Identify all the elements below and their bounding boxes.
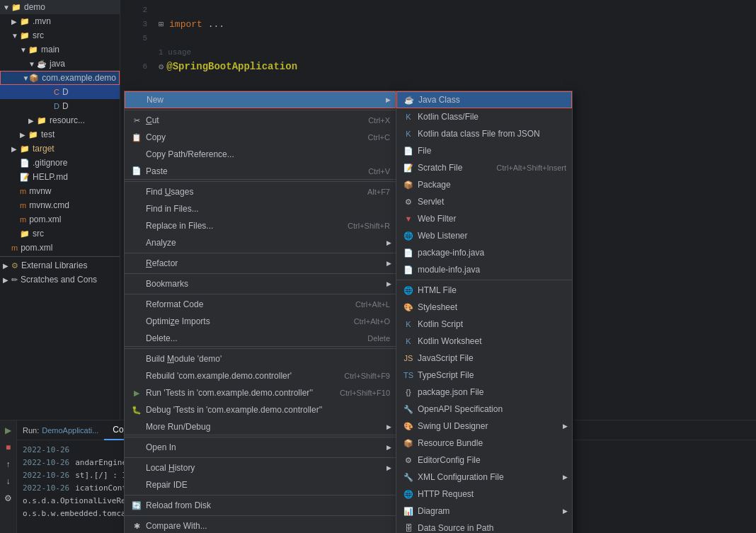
menu-label: Paste [146, 166, 357, 176]
menu-item-paste[interactable]: 📄 Paste Ctrl+V [125, 163, 396, 180]
menu-item-copy[interactable]: 📋 Copy Ctrl+C [125, 129, 396, 146]
submenu-item-file[interactable]: 📄 File [396, 142, 572, 159]
settings-button[interactable]: ⚙ [1, 491, 16, 505]
context-menu[interactable]: New ✂ Cut Ctrl+X 📋 Copy Ctrl+C Copy Path… [124, 91, 396, 533]
sidebar-item-ext-libs[interactable]: ▶ ⚙ External Libraries [0, 258, 120, 273]
sidebar-item-scratches[interactable]: ▶ ✏ Scratches and Cons [0, 273, 120, 287]
mvn-icon: m [20, 201, 26, 210]
menu-label: Web Listener [418, 231, 566, 241]
sidebar-item-resource[interactable]: ▶ 📁 resourc... [0, 113, 120, 127]
sidebar-item-test[interactable]: ▶ 📁 test [0, 127, 120, 142]
menu-item-find-usages[interactable]: Find Usages Alt+F7 [125, 183, 396, 200]
menu-item-reformat[interactable]: Reformat Code Ctrl+Alt+L [125, 296, 396, 313]
submenu-item-web-filter[interactable]: ▼ Web Filter [396, 210, 572, 227]
menu-item-rebuild[interactable]: Rebuild 'com.example.demo.controller' Ct… [125, 367, 396, 384]
menu-item-open-in[interactable]: Open In [125, 439, 396, 456]
sidebar-item-demo[interactable]: ▼ 📁 demo [0, 0, 120, 14]
submenu-item-swing[interactable]: 🎨 Swing UI Designer [396, 418, 572, 435]
html-icon: 🌐 [402, 286, 415, 295]
submenu-item-package[interactable]: 📦 Package [396, 176, 572, 193]
menu-item-cut[interactable]: ✂ Cut Ctrl+X [125, 112, 396, 129]
sidebar-item-d1[interactable]: C D [0, 85, 120, 99]
submenu-item-scratch[interactable]: 📝 Scratch File Ctrl+Alt+Shift+Insert [396, 159, 572, 176]
scroll-down-button[interactable]: ↓ [1, 474, 16, 488]
menu-item-replace-in-files[interactable]: Replace in Files... Ctrl+Shift+R [125, 217, 396, 234]
run-button[interactable]: ▶ [1, 423, 16, 437]
menu-item-reload[interactable]: 🔄 Reload from Disk [125, 497, 396, 514]
separator [125, 253, 396, 253]
scroll-up-button[interactable]: ↑ [1, 457, 16, 471]
menu-item-refactor[interactable]: Refactor [125, 255, 396, 272]
menu-item-delete[interactable]: Delete... Delete [125, 330, 396, 347]
sidebar-item-java[interactable]: ▼ ☕ java [0, 57, 120, 71]
submenu-item-servlet[interactable]: ⚙ Servlet [396, 193, 572, 210]
code-line-2: 2 [120, 3, 756, 17]
submenu-item-editorconfig[interactable]: ⚙ EditorConfig File [396, 452, 572, 469]
menu-item-more-run[interactable]: More Run/Debug [125, 418, 396, 435]
file-icon: 📄 [402, 147, 415, 156]
submenu-item-html[interactable]: 🌐 HTML File [396, 282, 572, 299]
sidebar-item-com-example[interactable]: ▼ 📦 com.example.demo [0, 71, 120, 85]
menu-item-new[interactable]: New [125, 91, 396, 108]
menu-item-debug-tests[interactable]: 🐛 Debug 'Tests in 'com.example.demo.cont… [125, 401, 396, 418]
menu-item-optimize[interactable]: Optimize Imports Ctrl+Alt+O [125, 313, 396, 330]
sidebar-item-pomxml[interactable]: m pom.xml [0, 212, 120, 227]
menu-item-repair[interactable]: Repair IDE [125, 476, 396, 493]
sidebar-item-helpmd[interactable]: 📝 HELP.md [0, 170, 120, 184]
sidebar-item-gitignore[interactable]: 📄 .gitignore [0, 156, 120, 170]
diagram-icon: 📊 [402, 507, 415, 516]
separator [125, 437, 396, 437]
submenu-item-kotlin-class[interactable]: K Kotlin Class/File [396, 108, 572, 125]
submenu-item-kotlin-json[interactable]: K Kotlin data class File from JSON [396, 125, 572, 142]
submenu-item-data-source[interactable]: 🗄 Data Source in Path [396, 520, 572, 533]
menu-item-build[interactable]: Build Module 'demo' [125, 350, 396, 367]
submenu-item-diagram[interactable]: 📊 Diagram [396, 503, 572, 520]
stop-button[interactable]: ■ [1, 440, 16, 454]
submenu-item-xml-config[interactable]: 🔧 XML Configuration File [396, 469, 572, 486]
submenu-item-resource-bundle[interactable]: 📦 Resource Bundle [396, 435, 572, 452]
submenu-item-kotlin-worksheet[interactable]: K Kotlin Worksheet [396, 333, 572, 350]
menu-item-analyze[interactable]: Analyze [125, 234, 396, 251]
submenu-item-package-info[interactable]: 📄 package-info.java [396, 244, 572, 261]
mod-info-icon: 📄 [402, 265, 415, 275]
submenu-item-openapi[interactable]: 🔧 OpenAPI Specification [396, 401, 572, 418]
sidebar-item-src[interactable]: ▼ 📁 src [0, 28, 120, 42]
expand-arrow: ▶ [3, 276, 11, 284]
sidebar-item-target[interactable]: ▶ 📁 target [0, 142, 120, 156]
shortcut: Delete [367, 334, 390, 343]
submenu-item-http-request[interactable]: 🌐 HTTP Request [396, 486, 572, 503]
java-class-icon: ☕ [403, 96, 416, 105]
sidebar-item-mvnwcmd[interactable]: m mvnw.cmd [0, 198, 120, 212]
sidebar-item-mvnw[interactable]: m mvnw [0, 184, 120, 198]
submenu-item-typescript[interactable]: TS TypeScript File [396, 367, 572, 384]
sidebar-item-main[interactable]: ▼ 📁 main [0, 42, 120, 57]
menu-item-find-in-files[interactable]: Find in Files... [125, 200, 396, 217]
submenu-item-web-listener[interactable]: 🌐 Web Listener [396, 227, 572, 244]
menu-label: Cut [146, 115, 357, 125]
submenu-item-stylesheet[interactable]: 🎨 Stylesheet [396, 299, 572, 316]
menu-item-copy-path[interactable]: Copy Path/Reference... [125, 146, 396, 163]
menu-label: Diagram [418, 506, 566, 516]
sidebar-item-src2[interactable]: 📁 src [0, 227, 120, 241]
sidebar-item-d2[interactable]: D D [0, 99, 120, 113]
filter-icon: ▼ [402, 214, 415, 223]
new-submenu[interactable]: ☕ Java Class K Kotlin Class/File K Kotli… [396, 91, 573, 533]
submenu-item-javascript[interactable]: JS JavaScript File [396, 350, 572, 367]
sidebar-item-pomxml2[interactable]: m pom.xml [0, 241, 120, 255]
expand-arrow: ▼ [3, 4, 11, 11]
submenu-item-module-info[interactable]: 📄 module-info.java [396, 261, 572, 278]
menu-item-compare[interactable]: ✱ Compare With... [125, 517, 396, 533]
xml-icon: 🔧 [402, 473, 415, 482]
submenu-item-kotlin-script[interactable]: K Kotlin Script [396, 316, 572, 333]
folder-icon: 📁 [28, 130, 38, 139]
sidebar-item-mvn[interactable]: ▶ 📁 .mvn [0, 14, 120, 28]
submenu-item-package-json[interactable]: {} package.json File [396, 384, 572, 401]
datasource-icon: 🗄 [402, 524, 415, 532]
menu-item-bookmarks[interactable]: Bookmarks [125, 275, 396, 292]
submenu-item-java-class[interactable]: ☕ Java Class [396, 91, 572, 108]
css-icon: 🎨 [402, 303, 415, 312]
sidebar-item-label: src [33, 229, 44, 239]
sidebar-item-label: D [62, 101, 69, 111]
menu-item-run-tests[interactable]: ▶ Run 'Tests in 'com.example.demo.contro… [125, 384, 396, 401]
menu-item-local-history[interactable]: Local History [125, 459, 396, 476]
